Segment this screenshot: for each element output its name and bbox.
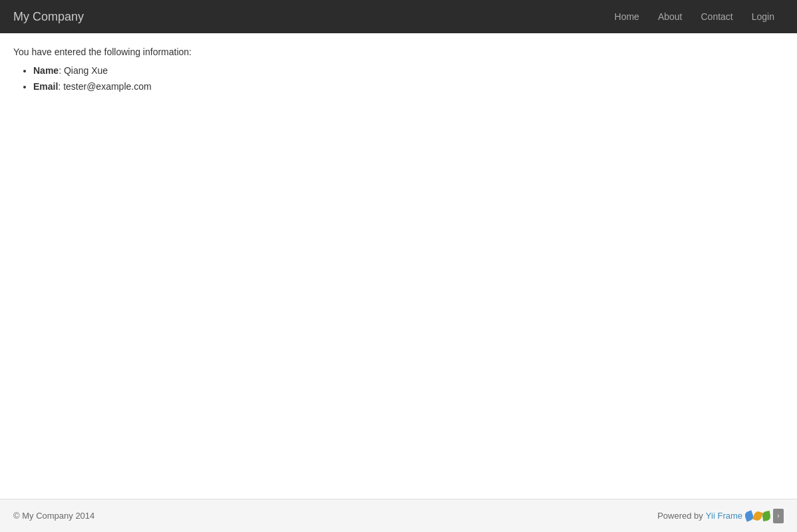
footer: © My Company 2014 Powered by Yii Frame › xyxy=(0,499,797,532)
nav-links: Home About Contact Login xyxy=(605,0,784,33)
name-label: Name xyxy=(33,65,59,76)
navbar: My Company Home About Contact Login xyxy=(0,0,797,33)
nav-link-login[interactable]: Login xyxy=(742,0,784,33)
info-item-email: Email: tester@example.com xyxy=(33,81,784,92)
info-item-name: Name: Qiang Xue xyxy=(33,65,784,76)
nav-item-home[interactable]: Home xyxy=(605,0,649,33)
nav-link-about[interactable]: About xyxy=(649,0,692,33)
intro-text: You have entered the following informati… xyxy=(13,47,784,57)
email-value: tester@example.com xyxy=(63,81,151,92)
email-colon: : xyxy=(58,81,63,92)
scroll-to-top-button[interactable]: › xyxy=(773,509,784,523)
nav-brand[interactable]: My Company xyxy=(13,10,84,24)
name-value: Qiang Xue xyxy=(64,65,108,76)
nav-item-login[interactable]: Login xyxy=(742,0,784,33)
nav-link-home[interactable]: Home xyxy=(605,0,649,33)
powered-by-text: Powered by xyxy=(657,511,703,521)
name-colon: : xyxy=(59,65,64,76)
footer-copyright: © My Company 2014 xyxy=(13,511,94,521)
footer-powered: Powered by Yii Frame › xyxy=(657,509,784,523)
nav-item-about[interactable]: About xyxy=(649,0,692,33)
info-list: Name: Qiang Xue Email: tester@example.co… xyxy=(13,65,784,92)
email-label: Email xyxy=(33,81,58,92)
yii-link-text: Yii Frame xyxy=(706,511,742,521)
yii-framework-link[interactable]: Yii Frame xyxy=(706,511,742,521)
yii-leaf-green xyxy=(762,511,771,521)
yii-leaf-orange xyxy=(752,510,763,521)
nav-link-contact[interactable]: Contact xyxy=(691,0,742,33)
nav-item-contact[interactable]: Contact xyxy=(691,0,742,33)
yii-logo xyxy=(745,511,770,521)
main-content: You have entered the following informati… xyxy=(0,33,797,499)
